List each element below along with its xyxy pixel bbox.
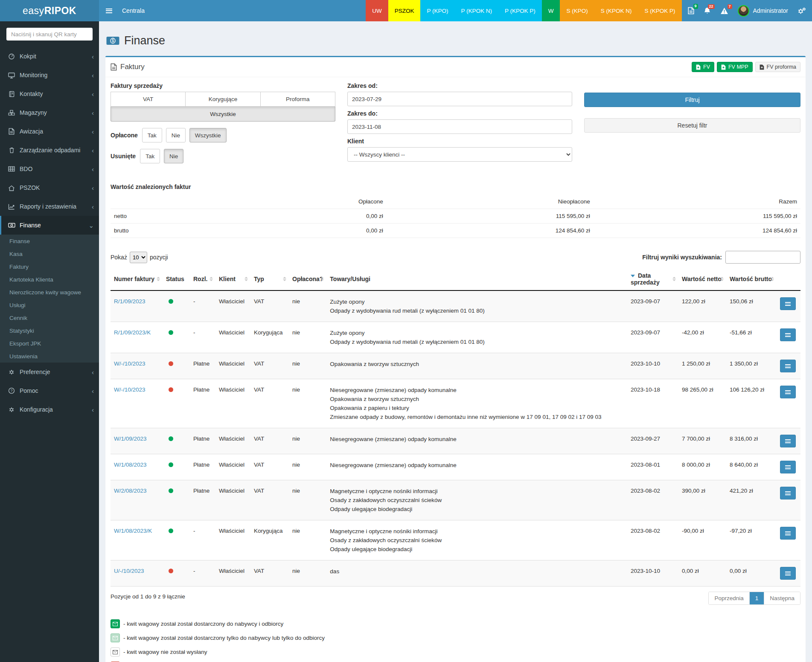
add-fv-mpp-button[interactable]: FV MPP [717, 62, 753, 72]
row-menu-button[interactable] [780, 527, 796, 540]
invoice-number-link[interactable]: W/1/08/2023/K [114, 528, 152, 534]
row-menu-button[interactable] [780, 487, 796, 499]
filter-proforma-button[interactable]: Proforma [261, 92, 335, 107]
row-menu-button[interactable] [780, 435, 796, 447]
sidebar-item-preferencje[interactable]: Preferencje‹ [0, 363, 99, 381]
paid-nie-button[interactable]: Nie [166, 128, 186, 142]
sidebar-item-kontakty[interactable]: Kontakty‹ [0, 84, 99, 103]
tab-w[interactable]: W [542, 0, 560, 21]
header-oplacona[interactable]: Opłacona? [289, 268, 326, 290]
sidebar-item-pomoc[interactable]: ? Pomoc‹ [0, 381, 99, 400]
deleted-tak-button[interactable]: Tak [140, 149, 160, 163]
pagination-prev-button[interactable]: Poprzednia [709, 592, 749, 604]
sidebar-item-monitoring[interactable]: Monitoring‹ [0, 66, 99, 84]
app-logo[interactable]: easyRIPOK [0, 0, 99, 21]
legend-item: - kwit wagowy został został dostarczony … [111, 619, 800, 628]
sidebar-subitem-eksport-jpk[interactable]: Eksport JPK [0, 337, 99, 350]
settings-menu-button[interactable] [797, 7, 806, 15]
page-size-select[interactable]: 10 [130, 252, 147, 263]
header-actions [777, 268, 800, 290]
sidebar-subitem-statystyki[interactable]: Statystyki [0, 324, 99, 337]
sidebar-item-zarzadzanie-odpadami[interactable]: Zarządzanie odpadami‹ [0, 141, 99, 160]
header-rozl[interactable]: Rozl. [190, 268, 215, 290]
user-menu[interactable]: Administrator [738, 5, 788, 17]
notifications-menu-button[interactable]: 22 [704, 7, 711, 15]
tab-s-kpok-n[interactable]: S (KPOK N) [594, 0, 638, 21]
sidebar-item-kokpit[interactable]: Kokpit‹ [0, 47, 99, 66]
add-fv-button[interactable]: FV [692, 62, 714, 72]
invoice-number-link[interactable]: W/-/10/2023 [114, 386, 146, 393]
deleted-nie-button[interactable]: Nie [164, 149, 183, 163]
row-menu-button[interactable] [780, 297, 796, 310]
tab-s-kpok-p[interactable]: S (KPOK P) [638, 0, 682, 21]
sidebar-item-magazyny[interactable]: Magazyny‹ [0, 103, 99, 122]
header-typ[interactable]: Typ [250, 268, 289, 290]
row-menu-button[interactable] [780, 386, 796, 398]
invoice-number-link[interactable]: W/2/08/2023 [114, 488, 147, 494]
range-to-input[interactable] [347, 119, 572, 134]
header-numer-faktury[interactable]: Numer faktury [111, 268, 163, 290]
sidebar-subitem-kasa[interactable]: Kasa [0, 247, 99, 260]
alerts-menu-button[interactable]: 7 [720, 7, 728, 15]
summary-title: Wartość znalezionych faktur [111, 183, 800, 190]
cell-klient: Właściciel [215, 353, 250, 379]
tab-p-kpok-p[interactable]: P (KPOK P) [498, 0, 542, 21]
sidebar-item-bdo[interactable]: BDO‹ [0, 160, 99, 178]
header-klient[interactable]: Klient [215, 268, 250, 290]
sidebar-subitem-ustawienia[interactable]: Ustawienia [0, 350, 99, 363]
sidebar-item-konfiguracja[interactable]: Konfiguracja‹ [0, 400, 99, 419]
header-wartosc-brutto[interactable]: Wartość brutto [726, 268, 777, 290]
tab-uw[interactable]: UW [366, 0, 388, 21]
row-menu-button[interactable] [780, 567, 796, 580]
finanse-submenu: Finanse Kasa Faktury Kartoteka Klienta N… [0, 235, 99, 363]
sidebar-subitem-faktury[interactable]: Faktury [0, 260, 99, 273]
invoice-number-link[interactable]: R/1/09/2023/K [114, 329, 151, 336]
tab-pszok[interactable]: PSZOK [388, 0, 421, 21]
sidebar-subitem-nierozliczone-kwity[interactable]: Nierozliczone kwity wagowe [0, 286, 99, 299]
row-menu-button[interactable] [780, 461, 796, 473]
filter-korygujace-button[interactable]: Korygujące [186, 92, 260, 107]
sidebar-subitem-kartoteka-klienta[interactable]: Kartoteka Klienta [0, 273, 99, 286]
cell-oplacona: nie [289, 353, 326, 379]
sidebar-item-raporty[interactable]: Raporty i zestawienia‹ [0, 197, 99, 216]
cell-klient: Właściciel [215, 520, 250, 560]
range-from-input[interactable] [347, 92, 572, 106]
filter-vat-button[interactable]: VAT [111, 92, 186, 107]
filter-submit-button[interactable]: Filtruj [584, 93, 800, 107]
paid-wszystkie-button[interactable]: Wszystkie [189, 128, 227, 142]
tab-p-kpo[interactable]: P (KPO) [420, 0, 454, 21]
goods-line: Niesegregowane (zmieszane) odpady komuna… [330, 461, 624, 470]
filter-reset-button[interactable]: Resetuj filtr [584, 118, 800, 133]
sidebar-item-pszok[interactable]: PSZOK‹ [0, 178, 99, 197]
tab-s-kpo[interactable]: S (KPO) [560, 0, 594, 21]
cell-klient: Właściciel [215, 560, 250, 587]
documents-menu-button[interactable]: 9 [688, 7, 694, 15]
invoice-number-link[interactable]: U/-/10/2023 [114, 568, 144, 574]
sidebar-subitem-uslugi[interactable]: Usługi [0, 299, 99, 311]
add-fv-proforma-button[interactable]: FV proforma [755, 62, 800, 72]
invoice-number-link[interactable]: W/-/10/2023 [114, 360, 146, 367]
header-data-sprzedazy[interactable]: Data sprzedaży [627, 268, 678, 290]
header-wartosc-netto[interactable]: Wartość netto [678, 268, 726, 290]
sidebar-item-finanse[interactable]: Finanse⌄ [0, 216, 99, 235]
row-menu-button[interactable] [780, 360, 796, 372]
qr-card-search-input[interactable] [6, 28, 93, 41]
invoice-number-link[interactable]: R/1/09/2023 [114, 298, 146, 305]
pagination-page-1[interactable]: 1 [750, 592, 765, 604]
client-select[interactable]: -- Wszyscy klienci -- [347, 147, 572, 162]
filter-wszystkie-button[interactable]: Wszystkie [111, 107, 335, 122]
tab-p-kpok-n[interactable]: P (KPOK N) [454, 0, 498, 21]
header-towary-uslugi[interactable]: Towary/Usługi [326, 268, 627, 290]
warning-icon [720, 7, 728, 15]
table-search-input[interactable] [725, 251, 800, 264]
row-menu-button[interactable] [780, 328, 796, 341]
sidebar-subitem-cennik[interactable]: Cennik [0, 311, 99, 324]
sidebar-subitem-finanse[interactable]: Finanse [0, 235, 99, 247]
header-status[interactable]: Status [163, 268, 190, 290]
invoice-number-link[interactable]: W/1/09/2023 [114, 436, 147, 442]
paid-tak-button[interactable]: Tak [142, 128, 162, 142]
pagination-next-button[interactable]: Następna [764, 592, 800, 604]
sidebar-toggle-button[interactable] [99, 0, 119, 21]
sidebar-item-awizacja[interactable]: Awizacja‹ [0, 122, 99, 141]
invoice-number-link[interactable]: W/1/08/2023 [114, 462, 147, 468]
